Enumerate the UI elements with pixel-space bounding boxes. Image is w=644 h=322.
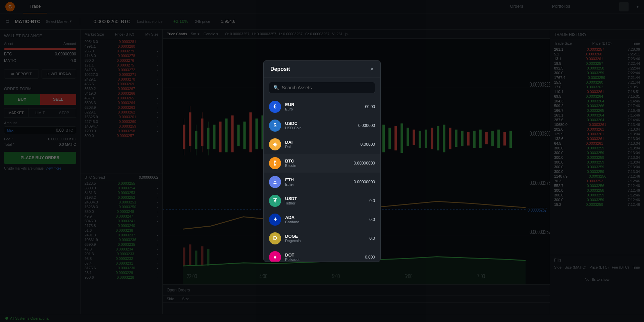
asset-name: Polkadot: [285, 258, 361, 262]
modal-overlay[interactable]: Deposit × 🔍 € EUR Euro €0.00 $ USDC USD …: [0, 0, 644, 322]
modal-header: Deposit ×: [264, 61, 380, 78]
asset-list: € EUR Euro €0.00 $ USDC USD Coin 0.00000…: [264, 97, 380, 262]
asset-info: DOT Polkadot: [285, 252, 361, 262]
asset-name: USD Coin: [285, 126, 354, 130]
asset-name: Euro: [285, 107, 361, 111]
asset-balance: 0.000000: [358, 123, 375, 128]
asset-info: BTC Bitcoin: [285, 158, 350, 168]
asset-name: Dai: [285, 145, 357, 149]
asset-balance: 0.00000000: [354, 161, 375, 166]
asset-list-item[interactable]: $ USDC USD Coin 0.000000: [264, 116, 380, 135]
asset-name: Dogecoin: [285, 239, 365, 243]
asset-list-item[interactable]: ✦ ADA Cardano 0.0: [264, 210, 380, 229]
asset-symbol: BTC: [285, 158, 350, 164]
asset-info: USDT Tether: [285, 196, 365, 205]
asset-icon: ◈: [269, 138, 281, 150]
asset-info: DOGE Dogecoin: [285, 234, 365, 243]
asset-symbol: ADA: [285, 215, 365, 220]
asset-name: Bitcoin: [285, 164, 350, 168]
asset-info: DAI Dai: [285, 140, 357, 149]
asset-icon: ₿: [269, 157, 281, 169]
asset-balance: 0.0: [369, 198, 375, 203]
asset-search-input[interactable]: [282, 85, 371, 90]
asset-list-item[interactable]: ◈ DAI Dai 0.00000: [264, 135, 380, 154]
asset-info: USDC USD Coin: [285, 121, 354, 130]
asset-symbol: DAI: [285, 140, 357, 145]
asset-name: Tether: [285, 201, 365, 205]
asset-balance: 0.0: [369, 217, 375, 222]
asset-balance: 0.000: [365, 255, 375, 260]
asset-list-item[interactable]: ₮ USDT Tether 0.0: [264, 191, 380, 210]
asset-symbol: DOT: [285, 252, 361, 258]
asset-list-item[interactable]: ₿ BTC Bitcoin 0.00000000: [264, 154, 380, 173]
asset-symbol: ETH: [285, 177, 350, 182]
asset-list-item[interactable]: € EUR Euro €0.00: [264, 97, 380, 116]
asset-symbol: DOGE: [285, 234, 365, 239]
asset-list-item[interactable]: ● DOT Polkadot 0.000: [264, 248, 380, 262]
asset-icon: $: [269, 120, 281, 132]
asset-symbol: USDC: [285, 121, 354, 126]
asset-balance: 0.00000000: [354, 180, 375, 184]
asset-name: Cardano: [285, 220, 365, 224]
modal-title: Deposit: [270, 66, 290, 72]
asset-icon: ✦: [269, 214, 281, 226]
modal-close-btn[interactable]: ×: [370, 66, 374, 72]
asset-icon: €: [269, 101, 281, 113]
asset-icon: Ξ: [269, 176, 281, 188]
asset-symbol: USDT: [285, 196, 365, 201]
asset-info: EUR Euro: [285, 102, 361, 111]
asset-name: Ether: [285, 182, 350, 186]
modal-search: 🔍: [269, 82, 375, 93]
asset-balance: €0.00: [365, 104, 375, 109]
deposit-modal: Deposit × 🔍 € EUR Euro €0.00 $ USDC USD …: [263, 60, 381, 262]
asset-icon: ●: [269, 251, 281, 262]
asset-icon: Ð: [269, 232, 281, 244]
asset-balance: 0.00000: [361, 142, 375, 147]
asset-list-item[interactable]: Ξ ETH Ether 0.00000000: [264, 173, 380, 191]
asset-info: ETH Ether: [285, 177, 350, 186]
asset-symbol: EUR: [285, 102, 361, 107]
search-icon: 🔍: [273, 85, 279, 90]
asset-balance: 0.0: [369, 236, 375, 241]
asset-list-item[interactable]: Ð DOGE Dogecoin 0.0: [264, 229, 380, 248]
asset-info: ADA Cardano: [285, 215, 365, 224]
asset-icon: ₮: [269, 195, 281, 207]
